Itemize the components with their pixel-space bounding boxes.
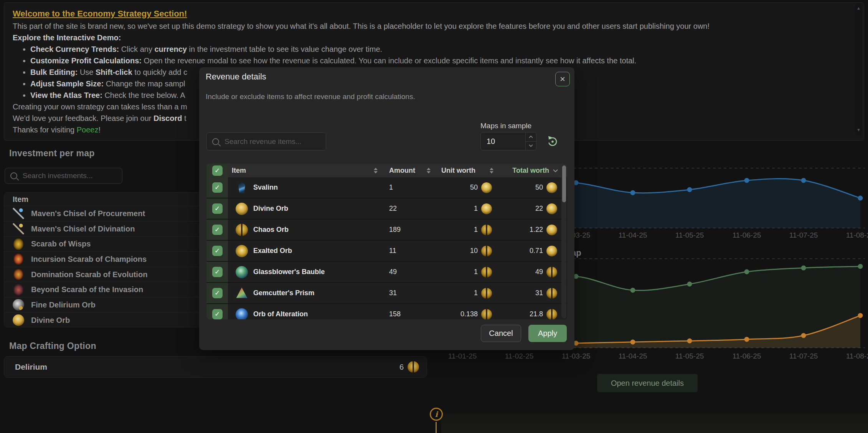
maps-in-sample-input[interactable] — [481, 132, 524, 150]
total-worth-value: 1.22 — [530, 226, 543, 234]
select-all-checkbox[interactable]: ✓ — [212, 165, 223, 176]
divine-orb-icon — [546, 225, 557, 235]
x-axis-label: 11-07-25 — [789, 231, 818, 240]
reset-sample-button[interactable] — [545, 133, 561, 149]
close-icon[interactable]: × — [555, 72, 570, 86]
row-checkbox[interactable]: ✓ — [212, 225, 223, 235]
chisel-blue-icon — [13, 208, 24, 219]
chaos-orb-icon — [546, 288, 557, 299]
chaos-orb-icon — [481, 225, 492, 235]
col-total-worth[interactable]: Total worth — [495, 167, 560, 175]
unit-worth-value: 0.138 — [460, 310, 478, 318]
revenue-item-row[interactable]: ✓ Exalted Orb 11 10 0.71 — [206, 241, 567, 262]
row-checkbox[interactable]: ✓ — [212, 182, 223, 193]
item-name: Beyond Scarab of the Invasion — [31, 285, 143, 294]
row-checkbox[interactable]: ✓ — [212, 203, 223, 214]
poeez-link[interactable]: Poeez — [77, 126, 99, 134]
investment-search[interactable] — [5, 168, 122, 184]
unit-worth-value: 1 — [474, 268, 478, 276]
revenue-item-row[interactable]: ✓ Glassblower's Bauble 49 1 49 — [206, 262, 567, 283]
revenue-table-rows: ✓ Svalinn 1 50 50 ✓ Divine Orb 22 1 22 ✓… — [206, 177, 567, 319]
scarab-redgold-icon — [13, 269, 24, 280]
chaos-item-icon — [236, 224, 248, 236]
x-axis-label: 11-01-25 — [448, 352, 477, 360]
total-worth-value: 31 — [535, 289, 543, 297]
cancel-button[interactable]: Cancel — [481, 325, 521, 342]
col-amount[interactable]: Amount — [389, 167, 434, 175]
item-name: Chaos Orb — [253, 226, 289, 234]
chaos-orb-icon — [546, 267, 557, 278]
chaos-orb-icon — [481, 309, 492, 320]
total-worth-value: 50 — [535, 183, 543, 192]
revenue-item-row[interactable]: ✓ Chaos Orb 189 1 1.22 — [206, 220, 567, 241]
chaos-orb-icon — [408, 361, 419, 373]
unit-worth-value: 1 — [474, 226, 478, 234]
chaos-orb-icon — [481, 288, 492, 299]
unit-worth-value: 1 — [474, 289, 478, 297]
investment-heading: Investment per map — [9, 148, 95, 159]
search-icon — [212, 138, 219, 145]
investment-search-input[interactable] — [22, 171, 117, 180]
scrollbar-thumb[interactable] — [562, 165, 566, 202]
amount-value: 158 — [389, 310, 434, 318]
modal-title: Revenue details — [206, 72, 266, 82]
select-all-cell: ✓ — [206, 164, 228, 177]
revenue-details-modal: Revenue details × Include or exclude ite… — [199, 67, 574, 350]
row-checkbox[interactable]: ✓ — [212, 267, 223, 277]
crafting-cost-value: 6 — [399, 363, 404, 372]
divine-icon — [13, 314, 24, 326]
map-crafting-heading: Map Crafting Option — [9, 341, 96, 351]
col-item[interactable]: Item — [228, 164, 389, 177]
apply-button[interactable]: Apply — [528, 325, 567, 342]
item-name: Fine Delirium Orb — [31, 301, 96, 309]
amount-value: 22 — [389, 205, 434, 213]
total-worth-value: 49 — [535, 268, 543, 276]
welcome-title-link[interactable]: Welcome to the Economy Strategy Section! — [13, 9, 187, 19]
row-checkbox[interactable]: ✓ — [212, 246, 223, 256]
sort-icon[interactable] — [490, 168, 493, 174]
revenue-item-row[interactable]: ✓ Orb of Alteration 158 0.138 21.8 — [206, 304, 567, 319]
sort-icon[interactable] — [374, 168, 378, 174]
map-crafting-row-delirium[interactable]: Delirium 6 — [4, 356, 427, 378]
chisel-gold-icon — [13, 223, 24, 235]
item-name: Orb of Alteration — [253, 310, 308, 318]
unit-worth-value: 10 — [470, 247, 478, 255]
amount-value: 49 — [389, 268, 434, 276]
item-name: Svalinn — [253, 183, 278, 192]
row-checkbox[interactable]: ✓ — [212, 288, 223, 298]
scroll-up-icon[interactable]: ▲ — [855, 6, 862, 10]
amount-value: 31 — [389, 289, 434, 297]
chaos-orb-icon — [546, 309, 557, 320]
revenue-item-row[interactable]: ✓ Gemcutter's Prism 31 1 31 — [206, 283, 567, 304]
divine-orb-icon — [546, 182, 557, 193]
item-name: Glassblower's Bauble — [253, 268, 325, 276]
table-scrollbar[interactable] — [561, 164, 566, 319]
info-icon[interactable]: i — [430, 408, 443, 421]
x-axis-label: 11-08-25 — [846, 352, 868, 360]
col-unit-worth[interactable]: Unit worth — [434, 167, 495, 175]
total-worth-value: 22 — [535, 205, 543, 213]
delirium-icon — [13, 299, 24, 311]
divine-orb-icon — [481, 203, 492, 214]
scarab-red-icon — [13, 253, 24, 265]
revenue-item-row[interactable]: ✓ Svalinn 1 50 50 — [206, 177, 567, 198]
chevron-down-icon[interactable] — [526, 142, 536, 150]
revenue-table-header: ✓ Item Amount Unit worth Total worth — [206, 164, 567, 177]
welcome-scrollbar[interactable]: ▲ ▼ — [855, 3, 862, 135]
chevron-up-icon[interactable] — [526, 132, 536, 142]
open-revenue-details-button[interactable]: Open revenue details — [597, 374, 698, 392]
row-checkbox[interactable]: ✓ — [212, 309, 223, 319]
sort-icon[interactable] — [427, 168, 431, 174]
revenue-search-input[interactable] — [224, 137, 320, 146]
revenue-item-row[interactable]: ✓ Divine Orb 22 1 22 — [206, 198, 567, 220]
scarab-gold-icon — [13, 238, 24, 250]
item-name: Maven's Chisel of Divination — [31, 225, 135, 233]
revenue-search[interactable] — [206, 132, 326, 150]
item-name: Maven's Chisel of Procurement — [31, 209, 145, 218]
modal-subtitle: Include or exclude items to affect reven… — [206, 93, 415, 101]
x-axis-label: 11-07-25 — [789, 352, 818, 360]
maps-in-sample-label: Maps in sample — [480, 122, 531, 130]
maps-in-sample-stepper[interactable] — [480, 132, 536, 150]
scroll-down-icon[interactable]: ▼ — [855, 128, 862, 132]
reset-icon — [547, 136, 558, 147]
